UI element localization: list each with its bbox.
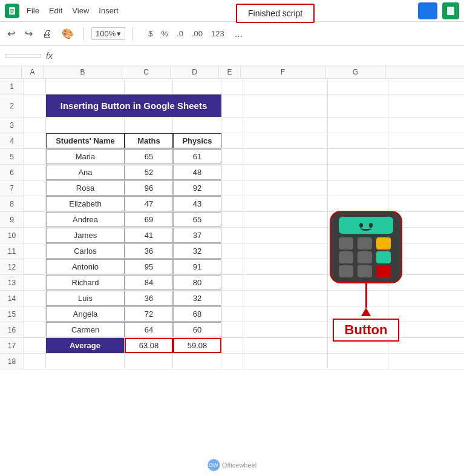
cell-maths-9[interactable]: 69	[125, 212, 173, 227]
cell-e8[interactable]	[221, 196, 243, 211]
cell-e7[interactable]	[221, 180, 243, 196]
cell-e12[interactable]	[221, 259, 243, 274]
cell-maths-13[interactable]: 84	[125, 275, 173, 290]
cell-e1[interactable]	[221, 79, 243, 94]
cell-a9[interactable]	[24, 212, 46, 227]
menu-view[interactable]: View	[72, 6, 89, 15]
undo-button[interactable]: ↩	[5, 27, 18, 41]
cell-a5[interactable]	[24, 149, 46, 164]
col-header-e[interactable]: E	[219, 65, 241, 79]
cell-name-12[interactable]: Antonio	[46, 259, 125, 274]
cell-e15[interactable]	[221, 306, 243, 322]
more-options-button[interactable]: ...	[235, 28, 243, 39]
redo-button[interactable]: ↪	[22, 27, 35, 41]
header-maths[interactable]: Maths	[125, 133, 173, 148]
cell-physics-12[interactable]: 91	[173, 259, 221, 274]
cell-name-13[interactable]: Richard	[46, 275, 125, 290]
cell-name-9[interactable]: Andrea	[46, 212, 125, 227]
button-label[interactable]: Button	[333, 319, 400, 342]
cell-f3[interactable]	[243, 117, 328, 133]
cell-e3[interactable]	[221, 117, 243, 133]
cell-name-15[interactable]: Angela	[46, 306, 125, 322]
col-header-b[interactable]: B	[44, 65, 122, 79]
menu-insert[interactable]: Insert	[99, 6, 119, 15]
cell-f14[interactable]	[243, 291, 328, 306]
cell-e9[interactable]	[221, 212, 243, 227]
cell-e18[interactable]	[221, 354, 243, 369]
cell-f1[interactable]	[243, 79, 328, 94]
cell-a14[interactable]	[24, 291, 46, 306]
cell-g8[interactable]	[328, 196, 388, 211]
cell-physics-11[interactable]: 32	[173, 243, 221, 259]
header-physics[interactable]: Physics	[173, 133, 221, 148]
paint-format-button[interactable]: 🎨	[59, 27, 76, 41]
col-header-a[interactable]: A	[22, 65, 44, 79]
cell-f9[interactable]	[243, 212, 328, 227]
cell-c18[interactable]	[125, 354, 173, 369]
cell-physics-5[interactable]: 61	[173, 149, 221, 164]
cell-a4[interactable]	[24, 133, 46, 148]
cell-f17[interactable]	[243, 338, 328, 353]
cell-e5[interactable]	[221, 149, 243, 164]
cell-g6[interactable]	[328, 165, 388, 180]
cell-f13[interactable]	[243, 275, 328, 290]
cell-physics-14[interactable]: 32	[173, 291, 221, 306]
cell-e16[interactable]	[221, 322, 243, 337]
cell-a6[interactable]	[24, 165, 46, 180]
cell-maths-11[interactable]: 36	[125, 243, 173, 259]
cell-a13[interactable]	[24, 275, 46, 290]
formula-input[interactable]	[57, 51, 459, 60]
calculator-widget[interactable]: Button	[330, 211, 402, 342]
cell-g7[interactable]	[328, 180, 388, 196]
cell-e6[interactable]	[221, 165, 243, 180]
cell-d3[interactable]	[173, 117, 221, 133]
average-maths-cell[interactable]: 63.08	[125, 338, 173, 353]
cell-g1[interactable]	[328, 79, 388, 94]
cell-reference-box[interactable]	[5, 54, 41, 58]
cell-g5[interactable]	[328, 149, 388, 164]
cell-physics-6[interactable]: 48	[173, 165, 221, 180]
cell-physics-8[interactable]: 43	[173, 196, 221, 211]
decimal00-btn[interactable]: .00	[189, 28, 206, 39]
dollar-btn[interactable]: $	[145, 28, 155, 39]
spreadsheet-title[interactable]: Inserting Button in Google Sheets	[46, 94, 221, 117]
cell-name-16[interactable]: Carmen	[46, 322, 125, 337]
cell-physics-13[interactable]: 80	[173, 275, 221, 290]
col-header-g[interactable]: G	[325, 65, 386, 79]
cell-e10[interactable]	[221, 228, 243, 243]
format123-btn[interactable]: 123	[208, 28, 227, 39]
cell-d1[interactable]	[173, 79, 221, 94]
cell-f15[interactable]	[243, 306, 328, 322]
average-physics-cell[interactable]: 59.08	[173, 338, 221, 353]
col-header-c[interactable]: C	[122, 65, 171, 79]
cell-f7[interactable]	[243, 180, 328, 196]
zoom-control[interactable]: 100% ▾	[91, 27, 125, 40]
cell-a10[interactable]	[24, 228, 46, 243]
cell-name-7[interactable]: Rosa	[46, 180, 125, 196]
cell-f16[interactable]	[243, 322, 328, 337]
cell-b18[interactable]	[46, 354, 125, 369]
cell-maths-10[interactable]: 41	[125, 228, 173, 243]
col-header-f[interactable]: F	[241, 65, 325, 79]
cell-a1[interactable]	[24, 79, 46, 94]
cell-g18[interactable]	[328, 354, 388, 369]
cell-f5[interactable]	[243, 149, 328, 164]
cell-name-14[interactable]: Luis	[46, 291, 125, 306]
cell-e17[interactable]	[221, 338, 243, 353]
cell-c3[interactable]	[125, 117, 173, 133]
finished-script-button[interactable]: Finished script	[236, 4, 315, 23]
cell-maths-15[interactable]: 72	[125, 306, 173, 322]
cell-a11[interactable]	[24, 243, 46, 259]
cell-f6[interactable]	[243, 165, 328, 180]
header-name[interactable]: Students' Name	[46, 133, 125, 148]
cell-maths-5[interactable]: 65	[125, 149, 173, 164]
average-label-cell[interactable]: Average	[46, 338, 125, 353]
cell-e2[interactable]	[221, 94, 243, 117]
cell-maths-6[interactable]: 52	[125, 165, 173, 180]
cell-f18[interactable]	[243, 354, 328, 369]
cell-name-5[interactable]: Maria	[46, 149, 125, 164]
cell-a7[interactable]	[24, 180, 46, 196]
cell-a2[interactable]	[24, 94, 46, 117]
cell-physics-15[interactable]: 68	[173, 306, 221, 322]
cell-f11[interactable]	[243, 243, 328, 259]
